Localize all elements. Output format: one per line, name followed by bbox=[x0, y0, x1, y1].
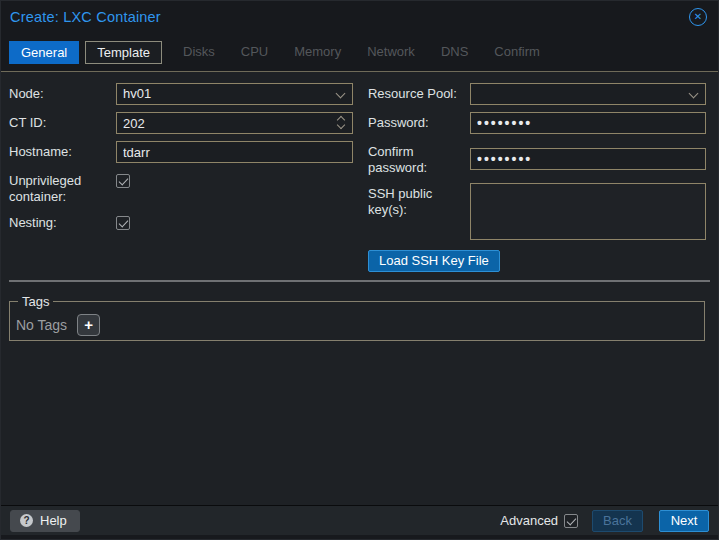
node-row: Node: hv01 bbox=[9, 83, 360, 105]
tab-cpu: CPU bbox=[228, 41, 281, 64]
spinner-down-icon[interactable] bbox=[337, 121, 345, 129]
tab-dns: DNS bbox=[428, 41, 481, 64]
resource-pool-select[interactable] bbox=[470, 83, 706, 105]
number-spinner[interactable] bbox=[331, 112, 353, 132]
form-panel: Node: hv01 CT ID: bbox=[1, 71, 718, 505]
unprivileged-checkbox[interactable] bbox=[116, 174, 130, 188]
section-divider bbox=[9, 280, 710, 282]
tab-confirm: Confirm bbox=[481, 41, 553, 64]
dialog-titlebar: Create: LXC Container ✕ bbox=[1, 1, 718, 33]
resource-pool-label: Resource Pool: bbox=[368, 83, 470, 105]
ssh-keys-label: SSH public key(s): bbox=[368, 183, 470, 240]
advanced-label: Advanced bbox=[500, 513, 558, 528]
dialog-title: Create: LXC Container bbox=[10, 9, 161, 25]
password-row: Password: bbox=[368, 112, 710, 134]
wizard-tabbar: General Template Disks CPU Memory Networ… bbox=[9, 41, 710, 64]
tab-memory: Memory bbox=[281, 41, 354, 64]
form-right-column: Resource Pool: Password: Confirm passwor… bbox=[360, 83, 710, 272]
help-icon: ? bbox=[20, 514, 33, 527]
resource-pool-row: Resource Pool: bbox=[368, 83, 710, 105]
node-label: Node: bbox=[9, 83, 116, 105]
tab-disks: Disks bbox=[170, 41, 228, 64]
ct-id-input[interactable] bbox=[116, 112, 353, 134]
help-button[interactable]: ? Help bbox=[10, 510, 80, 532]
nesting-checkbox[interactable] bbox=[116, 216, 130, 230]
form-left-column: Node: hv01 CT ID: bbox=[9, 83, 360, 272]
tags-legend: Tags bbox=[18, 294, 53, 309]
create-lxc-container-dialog: Create: LXC Container ✕ General Template… bbox=[0, 0, 719, 540]
unprivileged-row: Unprivileged container: bbox=[9, 170, 360, 205]
ct-id-row: CT ID: bbox=[9, 112, 360, 134]
next-button[interactable]: Next bbox=[659, 510, 709, 532]
ssh-keys-textarea[interactable] bbox=[470, 183, 706, 240]
nesting-row: Nesting: bbox=[9, 212, 360, 231]
node-select[interactable]: hv01 bbox=[116, 83, 353, 105]
tab-general[interactable]: General bbox=[9, 41, 79, 64]
hostname-input[interactable] bbox=[116, 141, 353, 163]
confirm-password-input[interactable] bbox=[470, 148, 706, 170]
load-ssh-key-button[interactable]: Load SSH Key File bbox=[368, 250, 500, 272]
footer-toolbar: ? Help Advanced Back Next bbox=[1, 505, 718, 535]
confirm-password-label: Confirm password: bbox=[368, 141, 470, 176]
plus-icon: + bbox=[84, 316, 93, 333]
help-button-label: Help bbox=[40, 511, 67, 531]
close-icon[interactable]: ✕ bbox=[689, 8, 707, 26]
password-input[interactable] bbox=[470, 112, 706, 134]
ct-id-label: CT ID: bbox=[9, 112, 116, 134]
unprivileged-label: Unprivileged container: bbox=[9, 170, 116, 205]
add-tag-button[interactable]: + bbox=[77, 314, 100, 336]
back-button: Back bbox=[592, 510, 643, 532]
nesting-label: Nesting: bbox=[9, 212, 116, 231]
confirm-password-row: Confirm password: bbox=[368, 141, 710, 176]
no-tags-text: No Tags bbox=[16, 317, 67, 333]
hostname-row: Hostname: bbox=[9, 141, 360, 163]
hostname-label: Hostname: bbox=[9, 141, 116, 163]
advanced-checkbox[interactable] bbox=[564, 514, 578, 528]
tab-network: Network bbox=[354, 41, 428, 64]
load-ssh-row: Load SSH Key File bbox=[368, 250, 710, 272]
tab-template[interactable]: Template bbox=[85, 41, 162, 64]
password-label: Password: bbox=[368, 112, 470, 134]
ssh-keys-row: SSH public key(s): bbox=[368, 183, 710, 240]
tags-fieldset: Tags No Tags + bbox=[9, 294, 705, 341]
